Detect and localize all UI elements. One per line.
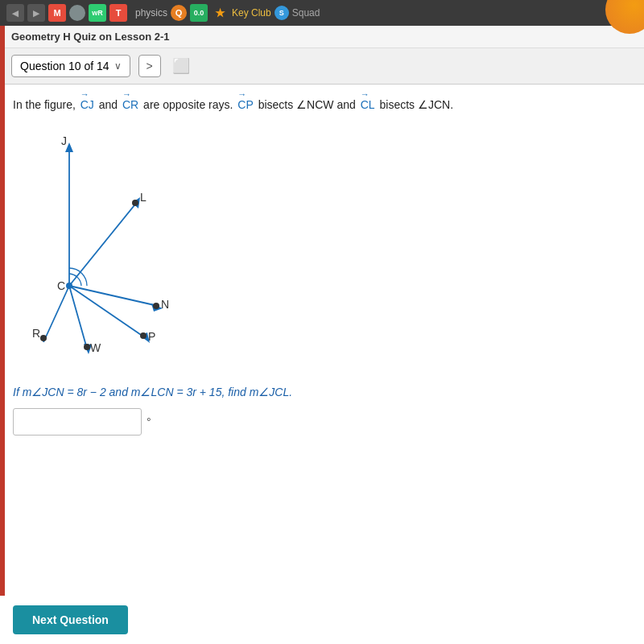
next-arrow-button[interactable]: > — [138, 55, 161, 77]
question-selector[interactable]: Question 10 of 14 ∨ — [11, 55, 130, 77]
svg-text:C: C — [57, 279, 65, 292]
browser-icon-wr[interactable]: wR — [89, 4, 106, 22]
svg-line-4 — [69, 286, 158, 306]
browser-icon-img1 — [69, 5, 85, 21]
ray-cp-label: → CP — [237, 96, 253, 114]
svg-text:R: R — [32, 327, 40, 340]
degree-symbol: ° — [147, 415, 151, 428]
svg-line-6 — [69, 286, 146, 338]
browser-icon-misc2: ▶ — [27, 4, 45, 22]
browser-bar: ◀ ▶ M wR T physics Q 0.0 ★ Key Club S Sq… — [0, 0, 644, 26]
browser-label-squad: Squad — [292, 7, 320, 19]
svg-text:J: J — [61, 134, 67, 147]
formula-content: If m∠JCN = 8r − 2 and m∠LCN = 3r + 15, f… — [13, 386, 292, 398]
svg-point-12 — [132, 200, 138, 206]
browser-label-physics: physics — [135, 7, 167, 19]
question-text-bisects2: bisects ∠JCN. — [379, 98, 453, 111]
svg-point-15 — [40, 335, 47, 341]
geometry-figure: J L C N P R W — [21, 125, 230, 374]
svg-point-11 — [66, 283, 72, 289]
quiz-header: Geometry H Quiz on Lesson 2-1 — [0, 26, 644, 48]
chevron-down-icon: ∨ — [114, 60, 122, 72]
next-btn-bar: Next Question — [0, 596, 644, 644]
formula-text: If m∠JCN = 8r − 2 and m∠LCN = 3r + 15, f… — [13, 386, 631, 398]
browser-icons: ◀ ▶ M wR T physics Q 0.0 ★ Key Club S Sq… — [6, 4, 638, 22]
arrow-right-icon: > — [146, 60, 152, 72]
browser-icon-star: ★ — [211, 4, 229, 22]
question-label: Question 10 of 14 — [20, 60, 109, 72]
svg-text:P: P — [148, 330, 155, 343]
svg-point-16 — [84, 344, 90, 350]
browser-icon-t[interactable]: T — [109, 4, 127, 22]
nav-bar: Question 10 of 14 ∨ > ⬜ — [0, 48, 644, 85]
svg-point-14 — [140, 332, 147, 339]
svg-line-2 — [69, 201, 138, 286]
svg-text:N: N — [161, 298, 169, 311]
answer-input[interactable] — [13, 408, 142, 436]
question-text-prefix: In the figure, — [13, 98, 76, 111]
ray-cl-label: → CL — [361, 96, 375, 114]
browser-label-keyclub: Key Club — [232, 7, 271, 19]
question-text: In the figure, → CJ and → CR are opposit… — [13, 96, 631, 114]
answer-input-container: ° — [13, 408, 631, 436]
bookmark-icon[interactable]: ⬜ — [172, 57, 190, 75]
question-text-bisects1: bisects ∠NCW and — [258, 98, 356, 111]
svg-text:L: L — [140, 191, 147, 204]
browser-icon-misc1: ◀ — [6, 4, 24, 22]
ray-cj-label: → CJ — [80, 96, 94, 114]
question-text-mid: are opposite rays. — [143, 98, 233, 111]
quiz-title: Geometry H Quiz on Lesson 2-1 — [11, 31, 170, 43]
browser-icon-m[interactable]: M — [48, 4, 66, 22]
geometry-svg: J L C N P R W — [21, 125, 230, 374]
bookmark-symbol: ⬜ — [172, 58, 190, 74]
ray-cr-label: → CR — [122, 96, 138, 114]
browser-icon-q[interactable]: Q — [171, 5, 187, 21]
svg-point-13 — [153, 303, 159, 309]
svg-line-10 — [43, 286, 69, 342]
left-accent-bar — [0, 26, 5, 644]
browser-icon-oo[interactable]: 0.0 — [190, 4, 208, 22]
next-question-button[interactable]: Next Question — [13, 605, 128, 634]
question-text-and: and — [99, 98, 121, 111]
svg-line-8 — [69, 286, 87, 349]
browser-icon-squad-logo: S — [275, 6, 289, 20]
svg-text:W: W — [90, 341, 101, 354]
main-content: In the figure, → CJ and → CR are opposit… — [0, 85, 644, 447]
